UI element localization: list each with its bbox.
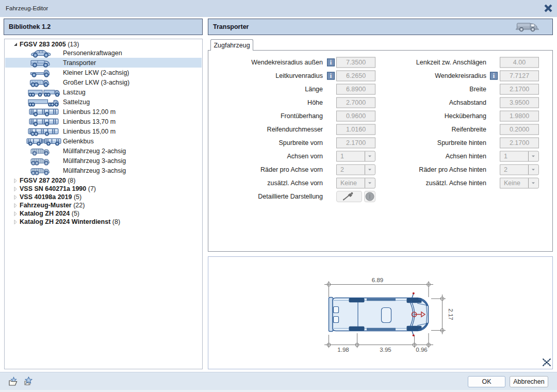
svg-text:1.98: 1.98	[337, 347, 349, 353]
svg-text:2.17: 2.17	[448, 308, 454, 320]
svg-text:0.96: 0.96	[416, 347, 427, 353]
svg-text:6.89: 6.89	[372, 277, 383, 283]
svg-text:3.95: 3.95	[380, 347, 391, 353]
